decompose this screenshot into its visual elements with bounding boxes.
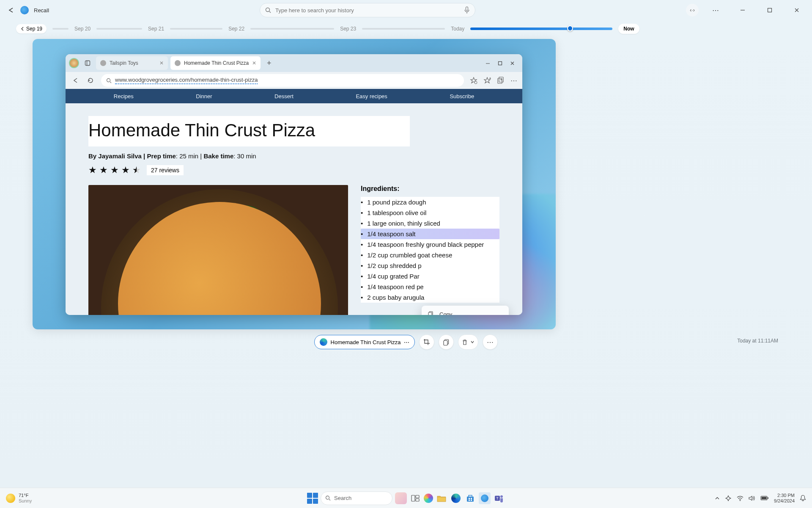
close-button[interactable] xyxy=(787,4,806,17)
ingredient-item[interactable]: 1/2 cup crumbled goat cheese xyxy=(361,250,499,260)
svg-rect-4 xyxy=(499,61,502,65)
ingredient-item[interactable]: 1 tablespoon olive oil xyxy=(361,207,499,218)
taskbar-recall-active[interactable] xyxy=(479,492,491,504)
search-icon xyxy=(265,7,271,13)
browser-menu-icon[interactable]: ⋯ xyxy=(510,77,517,85)
nav-link-easy-recipes[interactable]: Easy recipes xyxy=(356,93,387,99)
ingredient-item[interactable]: 1 pound pizza dough xyxy=(361,197,499,207)
svg-rect-3 xyxy=(85,61,90,66)
history-search-input[interactable] xyxy=(275,7,460,14)
timeline[interactable]: Sep 19 Sep 20 Sep 21 Sep 22 Sep 23 Today… xyxy=(0,20,812,37)
tray-chevron-icon[interactable] xyxy=(715,496,720,501)
tray-volume-icon[interactable] xyxy=(749,495,755,501)
ingredient-item[interactable]: 1/4 teaspoon salt xyxy=(361,229,499,239)
taskbar-task-view[interactable] xyxy=(409,492,421,504)
svg-point-0 xyxy=(266,8,270,12)
page-content: Homemade Thin Crust Pizza By Jayamali Si… xyxy=(66,103,522,315)
back-button[interactable] xyxy=(6,5,16,15)
ingredient-item[interactable]: 2 cups baby arugula xyxy=(361,292,499,303)
svg-rect-29 xyxy=(762,497,767,500)
tray-battery-icon[interactable] xyxy=(760,496,769,500)
review-count[interactable]: 27 reviews xyxy=(147,165,184,175)
delete-snapshot-button[interactable] xyxy=(458,334,478,350)
browser-close-icon[interactable] xyxy=(510,61,515,66)
timeline-current-date[interactable]: Sep 19 xyxy=(16,24,47,33)
browser-back-button[interactable] xyxy=(71,76,80,85)
browser-maximize-icon[interactable] xyxy=(498,61,502,66)
taskbar-app-1[interactable] xyxy=(395,492,407,504)
timeline-thumb[interactable] xyxy=(567,25,573,31)
timeline-active-segment[interactable] xyxy=(470,28,612,30)
profile-avatar[interactable] xyxy=(69,58,79,68)
browser-minimize-icon[interactable] xyxy=(486,61,490,66)
timeline-segment[interactable] xyxy=(170,28,222,30)
tray-wifi-icon[interactable] xyxy=(737,495,743,501)
svg-text:T: T xyxy=(496,496,499,500)
nav-link-dinner[interactable]: Dinner xyxy=(196,93,212,99)
weather-widget[interactable]: 71°F Sunny xyxy=(6,493,32,503)
snapshot-actions: Homemade Thin Crust Pizza ⋯ ⋯ xyxy=(0,334,812,350)
nav-link-subscribe[interactable]: Subscribe xyxy=(450,93,474,99)
nav-link-recipes[interactable]: Recipes xyxy=(114,93,134,99)
source-app-chip[interactable]: Homemade Thin Crust Pizza ⋯ xyxy=(314,335,415,349)
context-copy[interactable]: Copy xyxy=(422,307,509,315)
taskbar-store[interactable] xyxy=(464,492,476,504)
more-actions-button[interactable]: ⋯ xyxy=(483,334,498,350)
timeline-segment[interactable] xyxy=(362,28,445,30)
taskbar-teams[interactable]: T xyxy=(493,492,505,504)
close-tab-icon[interactable]: ✕ xyxy=(159,60,164,66)
timeline-segment[interactable] xyxy=(250,28,334,30)
site-navigation: Recipes Dinner Dessert Easy recipes Subs… xyxy=(66,89,522,103)
snapshot-timestamp: Today at 11:11AM xyxy=(737,338,778,344)
favorites-icon[interactable] xyxy=(483,77,491,85)
recipe-image xyxy=(88,185,348,315)
browser-window: Tailspin Toys ✕ Homemade Thin Crust Pizz… xyxy=(66,54,522,315)
taskbar-explorer[interactable] xyxy=(436,492,447,504)
url-field[interactable]: www.woodgrovegroceries.com/homemade-thin… xyxy=(101,74,464,87)
ingredients-panel: Ingredients: 1 pound pizza dough1 tables… xyxy=(361,185,499,315)
taskbar-copilot[interactable] xyxy=(424,494,433,503)
tab-actions-button[interactable] xyxy=(82,57,93,69)
crop-button[interactable] xyxy=(419,334,434,350)
sun-icon xyxy=(6,494,15,503)
close-tab-icon[interactable]: ✕ xyxy=(252,60,256,66)
taskbar-search[interactable]: Search xyxy=(321,491,392,505)
code-button[interactable]: ‹·› xyxy=(686,4,699,17)
browser-refresh-button[interactable] xyxy=(86,76,95,85)
tray-clock[interactable]: 2:30 PM 9/24/2024 xyxy=(774,493,795,503)
more-button[interactable]: ⋯ xyxy=(706,4,725,17)
svg-rect-21 xyxy=(471,498,472,499)
ingredient-item[interactable]: 1/2 cup shredded p xyxy=(361,260,499,271)
tray-copilot-icon[interactable] xyxy=(725,495,732,502)
microphone-icon[interactable] xyxy=(464,6,470,14)
ingredient-item[interactable]: 1/4 teaspoon freshly ground black pepper xyxy=(361,239,499,250)
timeline-now-button[interactable]: Now xyxy=(618,24,639,34)
timeline-date: Sep 20 xyxy=(74,26,91,32)
timeline-segment[interactable] xyxy=(96,28,142,30)
more-icon[interactable]: ⋯ xyxy=(404,339,409,345)
tray-notifications-icon[interactable] xyxy=(800,495,806,502)
tab-label: Tailspin Toys xyxy=(110,60,138,66)
browser-tab-inactive[interactable]: Tailspin Toys ✕ xyxy=(96,56,168,70)
svg-point-5 xyxy=(107,78,110,82)
taskbar-edge[interactable] xyxy=(450,492,462,504)
ingredient-item[interactable]: 1/4 cup grated Par xyxy=(361,271,499,282)
copy-snapshot-button[interactable] xyxy=(439,334,454,350)
ingredient-item[interactable]: 1/4 teaspoon red pe xyxy=(361,282,499,292)
recipe-title: Homemade Thin Crust Pizza xyxy=(88,120,410,141)
favorite-page-icon[interactable] xyxy=(470,77,477,85)
collections-icon[interactable] xyxy=(497,77,505,85)
timeline-date: Sep 23 xyxy=(340,26,356,32)
nav-link-dessert[interactable]: Dessert xyxy=(274,93,294,99)
timeline-segment[interactable] xyxy=(52,28,69,30)
new-tab-button[interactable]: + xyxy=(263,57,275,69)
search-icon xyxy=(325,495,331,501)
minimize-button[interactable] xyxy=(733,4,752,17)
start-button[interactable] xyxy=(307,493,318,504)
browser-tab-active[interactable]: Homemade Thin Crust Pizza ✕ xyxy=(170,56,261,70)
snapshot-card: Tailspin Toys ✕ Homemade Thin Crust Pizz… xyxy=(33,39,556,329)
maximize-button[interactable] xyxy=(760,4,779,17)
history-search[interactable] xyxy=(260,3,475,17)
ingredient-item[interactable]: 1 large onion, thinly sliced xyxy=(361,218,499,229)
svg-rect-30 xyxy=(768,497,768,499)
